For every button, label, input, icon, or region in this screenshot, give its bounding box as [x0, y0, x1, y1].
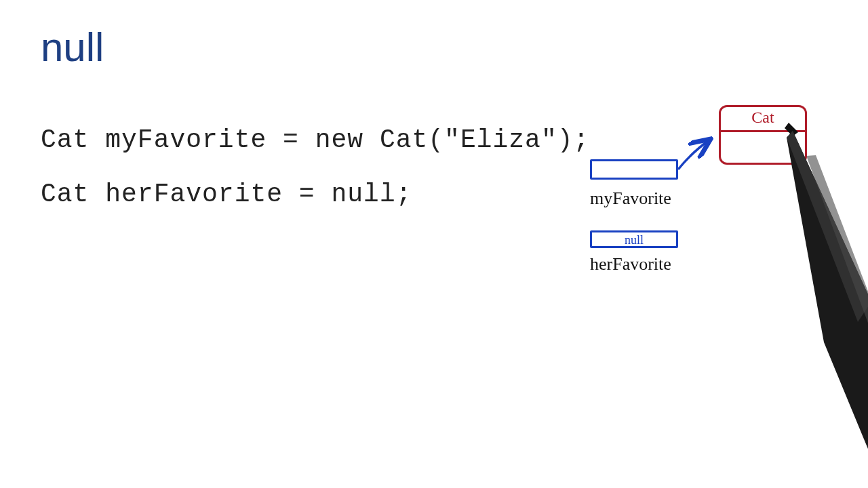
- object-divider: [721, 130, 805, 132]
- svg-marker-2: [787, 131, 868, 322]
- variable-value-herfavorite: null: [625, 233, 644, 247]
- svg-marker-0: [785, 123, 798, 136]
- svg-marker-1: [787, 131, 868, 488]
- code-line-2: Cat herFavorite = null;: [41, 180, 412, 209]
- variable-label-herfavorite: herFavorite: [590, 254, 671, 274]
- object-box-cat: Cat: [719, 105, 807, 165]
- memory-diagram: Cat myFavorite null herFavorite: [0, 0, 868, 488]
- svg-marker-3: [806, 155, 868, 340]
- variable-label-myfavorite: myFavorite: [590, 188, 671, 209]
- slide-title: null: [41, 24, 104, 70]
- object-class-label: Cat: [721, 108, 805, 127]
- code-line-1: Cat myFavorite = new Cat("Eliza");: [41, 125, 589, 155]
- reference-arrow: [0, 0, 868, 488]
- stylus-pen-icon: [783, 119, 868, 488]
- variable-box-herfavorite: null: [590, 230, 678, 248]
- variable-box-myfavorite: [590, 159, 678, 180]
